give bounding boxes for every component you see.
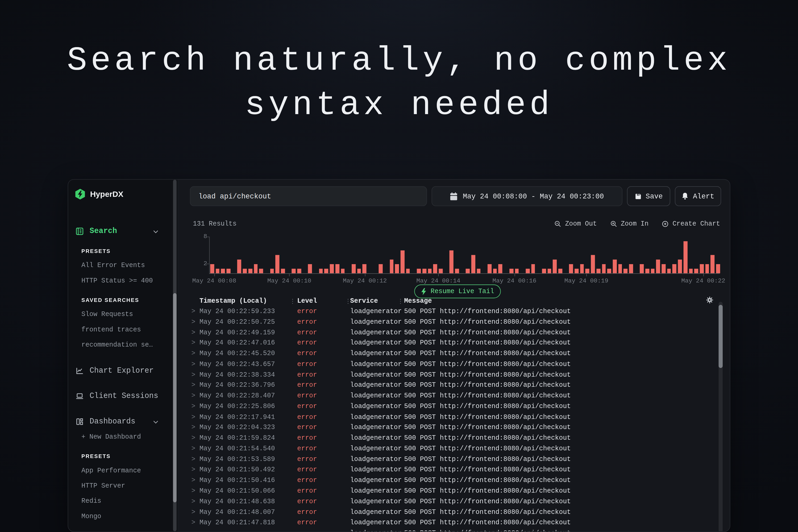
table-scrollbar[interactable]	[719, 302, 723, 532]
histogram-bar[interactable]	[656, 260, 660, 273]
table-scrollbar-thumb[interactable]	[719, 305, 723, 368]
column-header-service[interactable]: Service	[350, 297, 378, 305]
histogram-bar[interactable]	[716, 264, 720, 273]
row-expand-chevron-icon[interactable]: >	[191, 487, 195, 495]
log-row[interactable]: > May 24 00:22:36.796 error loadgenerato…	[178, 380, 707, 391]
date-range-picker[interactable]: May 24 00:08:00 - May 24 00:23:00	[432, 186, 622, 206]
row-expand-chevron-icon[interactable]: >	[191, 498, 195, 506]
row-expand-chevron-icon[interactable]: >	[191, 360, 195, 368]
histogram-bar[interactable]	[689, 269, 693, 273]
row-expand-chevron-icon[interactable]: >	[191, 455, 195, 463]
log-row[interactable]: > May 24 00:21:54.540 error loadgenerato…	[178, 444, 707, 454]
histogram-bar[interactable]	[645, 269, 649, 273]
histogram-bar[interactable]	[417, 269, 421, 273]
histogram-bar[interactable]	[270, 269, 274, 273]
sidebar-scrollbar-thumb[interactable]	[173, 293, 177, 502]
log-row[interactable]: > May 24 00:21:50.492 error loadgenerato…	[178, 465, 707, 476]
histogram-bar[interactable]	[488, 264, 492, 273]
histogram-bar[interactable]	[319, 269, 323, 273]
log-row[interactable]: > May 24 00:21:48.007 error loadgenerato…	[178, 507, 707, 518]
log-row[interactable]: > May 24 00:21:48.638 error loadgenerato…	[178, 497, 707, 507]
histogram-bar[interactable]	[624, 269, 627, 273]
histogram-bar[interactable]	[683, 241, 687, 273]
histogram-bar[interactable]	[667, 269, 671, 273]
histogram-bar[interactable]	[700, 264, 704, 273]
histogram-bar[interactable]	[694, 269, 698, 273]
histogram-bar[interactable]	[477, 269, 481, 273]
sidebar-item-slow-requests[interactable]: Slow Requests	[81, 310, 133, 318]
row-expand-chevron-icon[interactable]: >	[191, 476, 195, 484]
column-header-level[interactable]: Level	[297, 297, 317, 305]
resume-live-tail-button[interactable]: Resume Live Tail	[414, 285, 500, 299]
log-row[interactable]: > May 24 00:22:59.233 error loadgenerato…	[178, 306, 707, 317]
log-row[interactable]: > May 24 00:22:38.334 error loadgenerato…	[178, 370, 707, 380]
log-row[interactable]: > May 24 00:21:53.589 error loadgenerato…	[178, 454, 707, 465]
row-expand-chevron-icon[interactable]: >	[191, 371, 195, 379]
log-row[interactable]: > May 24 00:22:43.657 error loadgenerato…	[178, 359, 707, 370]
histogram-bar[interactable]	[276, 255, 280, 273]
histogram-bar[interactable]	[455, 269, 459, 273]
sidebar-item-app-performance[interactable]: App Performance	[81, 467, 141, 474]
histogram-bar[interactable]	[401, 250, 404, 273]
sidebar-item-recommendation[interactable]: recommendation se…	[81, 341, 153, 349]
histogram-bar[interactable]	[466, 269, 470, 273]
sidebar-item-http-server[interactable]: HTTP Server	[81, 482, 125, 490]
column-drag-handle-icon[interactable]: ⋮	[290, 298, 296, 305]
histogram-bar[interactable]	[547, 269, 551, 273]
histogram-bar[interactable]	[586, 269, 589, 273]
row-expand-chevron-icon[interactable]: >	[191, 434, 195, 442]
row-expand-chevron-icon[interactable]: >	[191, 466, 195, 474]
histogram-bar[interactable]	[450, 250, 454, 273]
row-expand-chevron-icon[interactable]: >	[191, 381, 195, 389]
histogram-bar[interactable]	[580, 264, 584, 273]
log-row[interactable]: > May 24 00:22:50.725 error loadgenerato…	[178, 317, 707, 328]
histogram-bar[interactable]	[281, 269, 285, 273]
log-row[interactable]: > May 24 00:22:49.159 error loadgenerato…	[178, 327, 707, 338]
row-expand-chevron-icon[interactable]: >	[191, 445, 195, 453]
histogram-bar[interactable]	[237, 260, 241, 273]
histogram-bar[interactable]	[433, 264, 437, 273]
histogram-bar[interactable]	[379, 264, 383, 273]
brand[interactable]: HyperDX	[75, 189, 124, 200]
histogram-bar[interactable]	[395, 264, 399, 273]
histogram-bar[interactable]	[531, 264, 535, 273]
histogram-bar[interactable]	[651, 269, 654, 273]
histogram-bar[interactable]	[406, 269, 410, 273]
row-expand-chevron-icon[interactable]: >	[191, 508, 195, 516]
histogram-bar[interactable]	[574, 269, 578, 273]
histogram-bar[interactable]	[569, 264, 573, 273]
sidebar-nav-search[interactable]: Search	[75, 227, 171, 236]
histogram-bar[interactable]	[493, 269, 497, 273]
row-expand-chevron-icon[interactable]: >	[191, 339, 195, 347]
sidebar-nav-client-sessions[interactable]: Client Sessions	[75, 392, 171, 401]
sidebar-item-redis[interactable]: Redis	[81, 497, 101, 505]
row-expand-chevron-icon[interactable]: >	[191, 402, 195, 410]
histogram-bar[interactable]	[672, 264, 677, 273]
histogram-bar[interactable]	[335, 264, 339, 273]
sidebar-item-all-error-events[interactable]: All Error Events	[81, 262, 145, 269]
log-row[interactable]: > May 24 00:22:17.941 error loadgenerato…	[178, 412, 707, 423]
histogram-bar[interactable]	[558, 269, 562, 273]
histogram-bar[interactable]	[618, 264, 622, 273]
histogram-bar[interactable]	[363, 264, 366, 273]
row-expand-chevron-icon[interactable]: >	[191, 350, 195, 358]
histogram-bar[interactable]	[243, 269, 247, 273]
histogram-bar[interactable]	[629, 264, 633, 273]
histogram-bar[interactable]	[221, 269, 225, 273]
histogram-bar[interactable]	[705, 264, 709, 273]
log-row[interactable]: > May 24 00:22:04.323 error loadgenerato…	[178, 423, 707, 433]
histogram-bar[interactable]	[210, 264, 214, 273]
histogram-bar[interactable]	[640, 264, 644, 273]
sidebar-item-frontend-traces[interactable]: frontend traces	[81, 326, 141, 333]
histogram-bar[interactable]	[297, 269, 301, 273]
log-row[interactable]: > May 24 00:21:47.818 error loadgenerato…	[178, 518, 707, 528]
histogram-bar[interactable]	[596, 269, 600, 273]
log-row[interactable]: > May 24 00:22:47.016 error loadgenerato…	[178, 338, 707, 349]
row-expand-chevron-icon[interactable]: >	[191, 328, 195, 336]
histogram-bar[interactable]	[330, 264, 334, 273]
log-row[interactable]: > May 24 00:22:45.520 error loadgenerato…	[178, 349, 707, 359]
zoom-out-button[interactable]: Zoom Out	[554, 220, 597, 228]
histogram-bar[interactable]	[553, 260, 557, 273]
row-expand-chevron-icon[interactable]: >	[191, 424, 195, 432]
log-row[interactable]: > May 24 00:22:25.806 error loadgenerato…	[178, 401, 707, 412]
